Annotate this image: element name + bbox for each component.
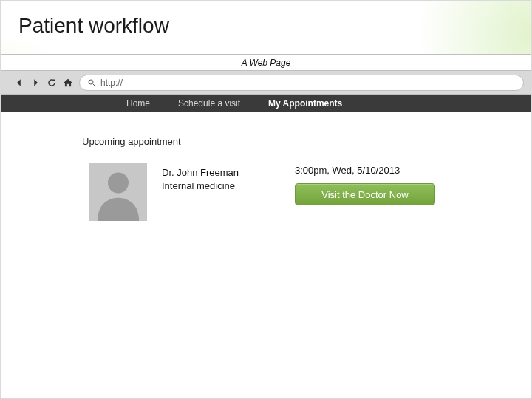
svg-point-0 bbox=[89, 80, 93, 84]
browser-toolbar bbox=[1, 71, 531, 95]
section-heading: Upcoming appointment bbox=[82, 136, 450, 147]
svg-point-3 bbox=[108, 172, 129, 193]
appointment-time: 3:00pm, Wed, 5/10/2013 bbox=[295, 165, 435, 176]
address-input[interactable] bbox=[100, 78, 516, 88]
nav-item-schedule[interactable]: Schedule a visit bbox=[178, 98, 240, 109]
address-bar[interactable] bbox=[79, 75, 524, 91]
svg-line-1 bbox=[93, 83, 95, 86]
avatar-icon bbox=[89, 163, 147, 221]
forward-icon[interactable] bbox=[30, 78, 41, 88]
doctor-avatar bbox=[89, 163, 147, 221]
slide-title: Patient workflow bbox=[18, 14, 169, 38]
browser-mockup: A Web Page Home Schedule a visit My Appo… bbox=[1, 54, 531, 379]
doctor-info: Dr. John Freeman Internal medicine bbox=[162, 163, 280, 192]
appointment-actions: 3:00pm, Wed, 5/10/2013 Visit the Doctor … bbox=[295, 163, 435, 205]
back-icon[interactable] bbox=[14, 78, 24, 88]
doctor-name: Dr. John Freeman bbox=[162, 166, 280, 180]
nav-item-appointments[interactable]: My Appointments bbox=[268, 98, 342, 109]
visit-doctor-button[interactable]: Visit the Doctor Now bbox=[295, 183, 435, 205]
window-title: A Web Page bbox=[1, 55, 531, 71]
refresh-icon[interactable] bbox=[47, 78, 57, 88]
page-content: Upcoming appointment Dr. John Freeman In… bbox=[1, 112, 531, 221]
search-icon bbox=[87, 78, 96, 87]
home-icon[interactable] bbox=[63, 78, 73, 88]
main-nav: Home Schedule a visit My Appointments bbox=[1, 95, 531, 112]
doctor-specialty: Internal medicine bbox=[162, 180, 280, 193]
nav-item-home[interactable]: Home bbox=[126, 98, 150, 109]
appointment-row: Dr. John Freeman Internal medicine 3:00p… bbox=[82, 163, 450, 221]
